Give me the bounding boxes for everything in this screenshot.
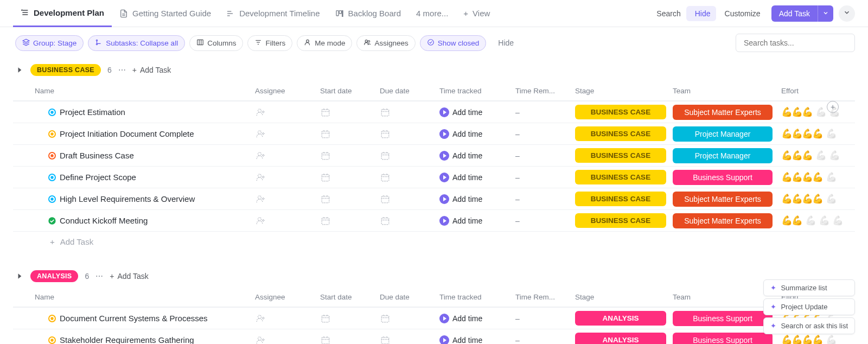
cell-stage[interactable]: BUSINESS CASE [572, 124, 669, 143]
col-due-date[interactable]: Due date [376, 289, 436, 305]
status-icon[interactable] [48, 151, 56, 160]
cell-due-date[interactable] [376, 105, 436, 120]
cell-stage[interactable]: BUSINESS CASE [572, 146, 669, 165]
status-icon[interactable] [48, 314, 56, 323]
add-time-button[interactable]: Add time [439, 314, 482, 323]
cell-stage[interactable]: BUSINESS CASE [572, 189, 669, 208]
cell-effort[interactable]: 💪💪💪💪💪 [778, 169, 859, 185]
stage-pill[interactable]: BUSINESS CASE [575, 148, 666, 163]
team-pill[interactable]: Project Manager [673, 148, 773, 163]
cell-due-date[interactable] [376, 126, 436, 142]
group-more-icon[interactable]: ⋯ [95, 272, 103, 281]
add-time-button[interactable]: Add time [439, 216, 482, 226]
cell-assignee[interactable] [252, 311, 317, 326]
cell-start-date[interactable] [317, 170, 376, 185]
add-assignee-icon[interactable] [255, 335, 266, 345]
task-name[interactable]: Conduct Kickoff Meeting [60, 216, 148, 225]
cell-start-date[interactable] [317, 311, 376, 326]
table-row[interactable]: Conduct Kickoff Meeting Add time – BUSIN… [13, 210, 855, 232]
calendar-icon[interactable] [320, 172, 331, 183]
cell-name[interactable]: Document Current Systems & Processes [13, 311, 252, 325]
col-time-remaining[interactable]: Time Rem... [512, 289, 572, 305]
calendar-icon[interactable] [380, 129, 391, 139]
me-mode-pill[interactable]: Me mode [297, 35, 352, 51]
status-icon[interactable] [48, 108, 56, 117]
status-icon[interactable] [48, 216, 56, 225]
cell-time-remaining[interactable]: – [512, 149, 572, 162]
calendar-icon[interactable] [380, 107, 391, 118]
assignees-pill[interactable]: Assignees [356, 35, 415, 51]
cell-name[interactable]: Project Estimation [13, 105, 252, 119]
cell-due-date[interactable] [376, 170, 436, 185]
cell-name[interactable]: High Level Requirements & Overview [13, 192, 252, 206]
cell-assignee[interactable] [252, 213, 317, 228]
tab-development-plan[interactable]: Development Plan [13, 0, 112, 27]
cell-name[interactable]: Draft Business Case [13, 149, 252, 162]
cell-stage[interactable]: ANALYSIS [572, 330, 669, 344]
task-name[interactable]: Draft Business Case [60, 151, 134, 160]
task-name[interactable]: High Level Requirements & Overview [60, 194, 195, 203]
calendar-icon[interactable] [380, 194, 391, 205]
cell-team[interactable]: Project Manager [669, 146, 778, 165]
group-badge[interactable]: BUSINESS CASE [30, 64, 101, 76]
calendar-icon[interactable] [320, 194, 331, 205]
calendar-icon[interactable] [380, 313, 391, 324]
cell-assignee[interactable] [252, 148, 317, 163]
col-assignee[interactable]: Assignee [252, 82, 317, 99]
calendar-icon[interactable] [320, 150, 331, 161]
col-assignee[interactable]: Assignee [252, 289, 317, 305]
filters-pill[interactable]: Filters [247, 35, 292, 51]
cell-time-remaining[interactable]: – [512, 171, 572, 184]
add-assignee-icon[interactable] [255, 107, 266, 118]
cell-time-tracked[interactable]: Add time [436, 149, 512, 163]
table-row[interactable]: Stakeholder Requirements Gathering Add t… [13, 329, 855, 344]
cell-stage[interactable]: BUSINESS CASE [572, 103, 669, 122]
calendar-icon[interactable] [320, 215, 331, 226]
add-assignee-icon[interactable] [255, 313, 266, 324]
more-menu-button[interactable] [839, 5, 855, 22]
cell-time-remaining[interactable]: – [512, 334, 572, 345]
tab-getting-started-guide[interactable]: Getting Started Guide [112, 0, 219, 27]
cell-due-date[interactable] [376, 213, 436, 228]
col-team[interactable]: Team [669, 82, 778, 99]
search-button[interactable]: Search [648, 6, 686, 21]
cell-name[interactable]: Conduct Kickoff Meeting [13, 214, 252, 227]
add-assignee-icon[interactable] [255, 129, 266, 139]
stage-pill[interactable]: ANALYSIS [575, 311, 666, 326]
table-row[interactable]: Define Project Scope Add time – BUSINESS… [13, 167, 855, 188]
group-more-icon[interactable]: ⋯ [118, 66, 126, 74]
col-time-remaining[interactable]: Time Rem... [512, 82, 572, 99]
calendar-icon[interactable] [380, 172, 391, 183]
cell-due-date[interactable] [376, 333, 436, 345]
col-stage[interactable]: Stage [572, 82, 669, 99]
col-start-date[interactable]: Start date [317, 289, 376, 305]
cell-effort[interactable]: 💪💪💪💪💪 [778, 104, 859, 120]
show-closed-pill[interactable]: Show closed [420, 35, 487, 51]
cell-team[interactable]: Subject Matter Experts [669, 189, 778, 209]
subtasks-pill[interactable]: Subtasks: Collapse all [88, 35, 185, 51]
cell-assignee[interactable] [252, 333, 317, 345]
add-assignee-icon[interactable] [255, 150, 266, 161]
cell-time-remaining[interactable]: – [512, 214, 572, 227]
stage-pill[interactable]: BUSINESS CASE [575, 192, 666, 206]
cell-assignee[interactable] [252, 126, 317, 142]
cell-start-date[interactable] [317, 148, 376, 163]
add-time-button[interactable]: Add time [439, 335, 482, 345]
group-add-task[interactable]: +Add Task [110, 272, 149, 281]
cell-time-remaining[interactable]: – [512, 193, 572, 206]
cell-stage[interactable]: ANALYSIS [572, 309, 669, 328]
customize-button[interactable]: Customize [716, 6, 766, 21]
cell-start-date[interactable] [317, 105, 376, 120]
team-pill[interactable]: Subject Matter Experts [673, 105, 773, 120]
view-button[interactable]: + View [456, 0, 497, 27]
table-row[interactable]: Project Estimation Add time – BUSINESS C… [13, 101, 855, 123]
task-name[interactable]: Stakeholder Requirements Gathering [60, 335, 194, 344]
cell-name[interactable]: Define Project Scope [13, 170, 252, 184]
cell-time-tracked[interactable]: Add time [436, 170, 512, 184]
add-time-button[interactable]: Add time [439, 129, 482, 139]
cell-time-tracked[interactable]: Add time [436, 333, 512, 345]
col-effort[interactable]: Effort [778, 82, 859, 99]
calendar-icon[interactable] [380, 150, 391, 161]
hide-button[interactable]: Hide [686, 6, 716, 21]
calendar-icon[interactable] [380, 215, 391, 226]
